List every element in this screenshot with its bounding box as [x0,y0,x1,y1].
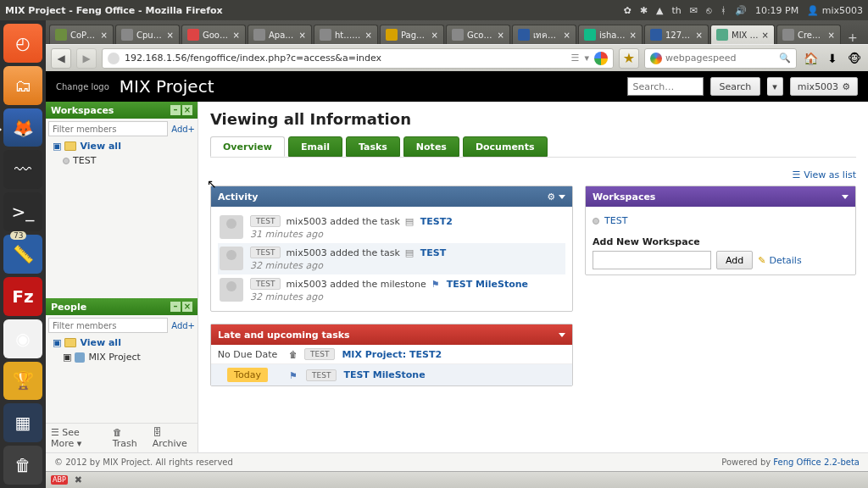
workspace-item[interactable]: TEST [593,215,849,226]
clock[interactable]: 10:19 PM [755,5,798,16]
people-tree-item[interactable]: ▣ MIX Project [46,350,198,364]
chevron-down-icon[interactable] [559,333,565,337]
close-tab-icon[interactable]: × [431,30,438,40]
close-tab-icon[interactable]: × [564,30,570,40]
close-tab-icon[interactable]: × [762,30,769,40]
close-tab-icon[interactable]: × [167,30,174,40]
workspace-pill[interactable]: TEST [250,278,281,290]
noscript-icon[interactable]: ✖ [75,474,82,485]
pagespeed-icon[interactable] [594,52,608,65]
rss-icon[interactable]: ☰ [571,53,580,64]
close-tab-icon[interactable]: × [365,30,372,40]
task-row[interactable]: No Due Date TEST MIX Project: TEST2 [211,345,572,363]
chevron-down-icon[interactable] [559,195,565,199]
browser-tab[interactable]: Gcon…× [446,25,510,44]
search-go-icon[interactable]: 🔍 [779,53,791,64]
ruler-icon[interactable]: 73📏 [3,235,42,274]
trash-icon[interactable]: 🗑 [3,446,42,485]
panel-close-icon[interactable]: × [182,302,192,312]
powered-by-link[interactable]: Feng Office 2.2-beta [773,458,860,467]
panel-minimize-icon[interactable]: – [170,302,181,312]
tab-documents[interactable]: Documents [463,136,548,157]
close-tab-icon[interactable]: × [498,30,504,40]
people-filter-input[interactable] [48,318,168,333]
site-identity-icon[interactable] [108,53,120,64]
close-tab-icon[interactable]: × [101,30,108,40]
browser-tab[interactable]: ishar…× [578,25,643,44]
header-search-input[interactable] [627,77,704,96]
tab-tasks[interactable]: Tasks [346,136,400,157]
panel-minimize-icon[interactable]: – [170,105,181,115]
browser-tab[interactable]: Apac…× [248,25,312,44]
header-search-dropdown[interactable]: ▾ [767,77,783,96]
close-tab-icon[interactable]: × [828,30,835,40]
add-workspace-input[interactable] [593,251,711,269]
browser-tab[interactable]: MIX …× [710,25,775,44]
workspace-pill[interactable]: TEST [306,369,337,381]
amphora-icon[interactable]: 🏆 [3,362,42,401]
back-button[interactable]: ◀ [51,48,71,69]
ext-icon[interactable]: 🐵 [846,50,863,67]
header-user-menu[interactable]: mix5003⚙ [790,77,858,96]
people-view-all[interactable]: ▣ View all [46,336,198,350]
see-more-link[interactable]: ☰ See More ▾ [51,427,104,449]
address-bar[interactable]: 192.168.1.56/fengoffice/index.php?c=acce… [102,48,614,69]
files-icon[interactable]: 🗂 [3,66,42,105]
trash-icon[interactable] [289,349,298,360]
dash-icon[interactable]: ◴ [3,24,42,63]
workspaces-add-link[interactable]: Add+ [171,125,195,134]
people-add-link[interactable]: Add+ [171,321,195,330]
close-tab-icon[interactable]: × [696,30,703,40]
task-link[interactable]: TEST MileStone [343,369,425,380]
gear-icon[interactable]: ⚙ [547,191,555,202]
view-as-list-link[interactable]: ☰View as list [792,169,856,180]
workspaces-view-all[interactable]: ▣ View all [46,139,198,153]
downloads-icon[interactable]: ⬇ [824,50,841,67]
browser-tab[interactable]: Page…× [380,25,444,44]
browser-tab[interactable]: 127.0…× [644,25,709,44]
close-tab-icon[interactable]: × [233,30,240,40]
new-tab-button[interactable]: + [843,30,863,44]
user-indicator[interactable]: 👤 mix5003 [807,5,863,16]
workspaces-filter-input[interactable] [48,121,168,136]
browser-tab[interactable]: Crea…× [776,25,841,44]
chevron-down-icon[interactable] [842,195,849,199]
tab-email[interactable]: Email [288,136,342,157]
activity-object-link[interactable]: TEST [420,247,446,258]
filezilla-icon[interactable]: Fz [3,277,42,316]
trash-link[interactable]: 🗑 Trash [113,427,144,449]
terminal-icon[interactable]: >_ [3,192,42,231]
task-row[interactable]: Today TEST TEST MileStone [211,363,572,385]
workspace-pill[interactable]: TEST [250,215,281,227]
activity-object-link[interactable]: TEST MileStone [447,279,528,290]
task-link[interactable]: MIX Project: TEST2 [342,349,442,360]
activity-object-link[interactable]: TEST2 [420,216,453,227]
browser-tab[interactable]: เทคน…× [512,25,576,44]
workspace-tree-item[interactable]: TEST [46,153,198,168]
workspace-pill[interactable]: TEST [250,247,281,258]
bookmark-star-icon[interactable]: ★ [619,48,639,69]
system-tray[interactable]: ✿✱▲th✉⎋ᚼ🔊 10:19 PM 👤 mix5003 [623,5,863,16]
tab-overview[interactable]: Overview [210,136,285,157]
home-icon[interactable]: 🏠 [802,50,819,67]
browser-search-box[interactable]: webpagespeed 🔍 [644,48,797,69]
tab-notes[interactable]: Notes [403,136,459,157]
workspace-switcher-icon[interactable]: ▦ [3,403,42,442]
chrome-icon[interactable]: ◉ [3,319,42,358]
add-workspace-button[interactable]: Add [716,251,753,269]
system-monitor-icon[interactable]: 〰 [3,150,42,189]
close-tab-icon[interactable]: × [299,30,306,40]
browser-tab[interactable]: CoPr…× [49,25,114,44]
browser-tab[interactable]: ht…ml× [314,25,378,44]
workspace-pill[interactable]: TEST [304,348,335,360]
details-link[interactable]: Details [758,255,801,266]
header-search-button[interactable]: Search [710,77,761,96]
volume-icon[interactable]: 🔊 [735,5,747,16]
browser-tab[interactable]: CpuR…× [115,25,180,44]
browser-tab[interactable]: Goog…× [181,25,246,44]
panel-close-icon[interactable]: × [182,105,192,115]
change-logo-link[interactable]: Change logo [56,82,109,92]
close-tab-icon[interactable]: × [630,30,637,40]
adblock-icon[interactable]: ABP [51,475,68,485]
firefox-icon[interactable]: 🦊 [3,108,42,147]
